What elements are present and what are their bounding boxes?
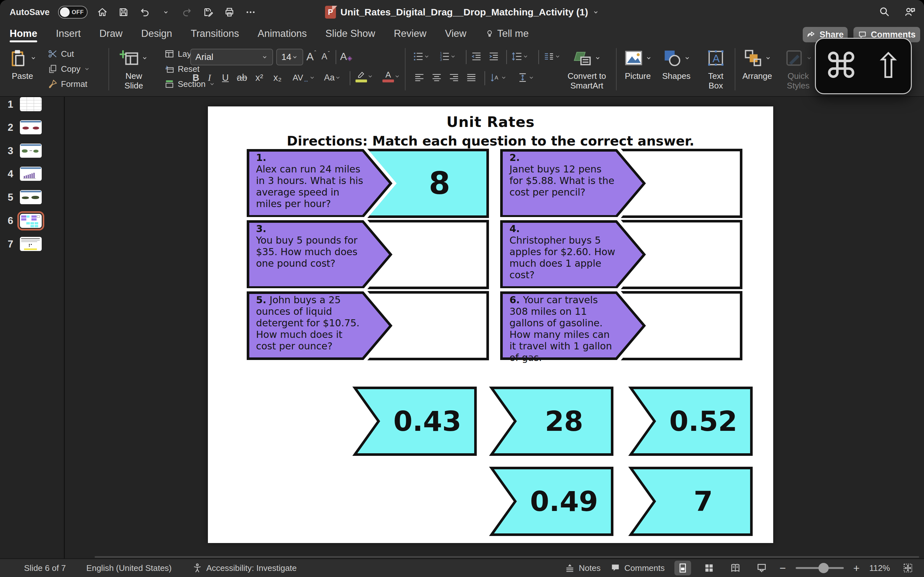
answer-tile-0.49[interactable]: 0.49 xyxy=(490,467,614,536)
tab-animations[interactable]: Animations xyxy=(258,24,307,43)
language-selector[interactable]: English (United States) xyxy=(86,563,172,573)
tab-home[interactable]: Home xyxy=(10,24,37,43)
tab-design[interactable]: Design xyxy=(141,24,172,43)
toggle-knob-icon xyxy=(60,7,69,17)
decrease-indent-button[interactable] xyxy=(471,49,482,64)
slide-thumbnail-7[interactable] xyxy=(20,237,42,251)
slideshow-view-button[interactable] xyxy=(753,561,770,575)
question-card-2[interactable]: 2.Janet buys 12 pens for $5.88. What is … xyxy=(500,149,648,218)
notes-toggle[interactable]: Notes xyxy=(565,563,601,573)
numbering-button[interactable]: 123 xyxy=(439,49,456,64)
tab-slide-show[interactable]: Slide Show xyxy=(325,24,375,43)
subscript-button[interactable]: x₂ xyxy=(273,70,282,85)
normal-view-button[interactable] xyxy=(674,561,691,575)
increase-indent-button[interactable] xyxy=(488,49,499,64)
clear-formatting-button[interactable]: A◈ xyxy=(340,49,352,64)
presence-contact-icon[interactable] xyxy=(904,6,916,19)
slide-thumbnail-1[interactable] xyxy=(20,97,42,111)
document-title-area[interactable]: P Unit_Rates_Digital_Drag__Drop_Matching… xyxy=(325,0,599,24)
zoom-slider-handle[interactable] xyxy=(819,563,829,573)
slide-thumbnail-4[interactable] xyxy=(20,167,42,181)
line-spacing-button[interactable] xyxy=(511,49,529,64)
question-card-6[interactable]: 6.Your car travels 308 miles on 11 gallo… xyxy=(500,291,648,360)
answer-tile-28[interactable]: 28 xyxy=(490,387,614,456)
undo-icon[interactable] xyxy=(138,5,151,19)
slide-thumbnail-3[interactable] xyxy=(20,143,42,158)
slide-title[interactable]: Unit Rates xyxy=(208,113,773,131)
horizontal-scrollbar[interactable] xyxy=(95,556,919,558)
text-box-button[interactable]: A Text Box xyxy=(701,47,730,90)
save-icon[interactable] xyxy=(117,5,130,19)
copy-button[interactable]: Copy xyxy=(47,63,103,75)
columns-button[interactable] xyxy=(543,49,561,64)
tab-view[interactable]: View xyxy=(445,24,467,43)
tab-draw[interactable]: Draw xyxy=(99,24,123,43)
chevron-down-icon xyxy=(806,55,813,61)
text-highlight-button[interactable] xyxy=(355,69,373,84)
italic-button[interactable]: I xyxy=(208,70,211,85)
zoom-in-button[interactable]: + xyxy=(853,562,860,574)
decrease-font-size-button[interactable]: Aˇ xyxy=(321,49,330,64)
question-card-1[interactable]: 1.Alex can run 24 miles in 3 hours. What… xyxy=(246,149,394,218)
slide-thumbnail-2[interactable] xyxy=(20,120,42,134)
superscript-button[interactable]: x² xyxy=(255,70,263,85)
align-center-button[interactable] xyxy=(431,70,442,85)
text-direction-button[interactable]: A xyxy=(489,70,507,85)
new-slide-icon xyxy=(120,48,140,68)
underline-button[interactable]: U xyxy=(222,70,229,85)
picture-button[interactable]: Picture xyxy=(624,47,652,81)
shapes-button[interactable]: Shapes xyxy=(662,47,690,81)
undo-menu-chevron-icon[interactable] xyxy=(160,5,172,19)
font-size-select[interactable]: 14 xyxy=(276,49,303,65)
tab-review[interactable]: Review xyxy=(394,24,426,43)
answer-tile-7[interactable]: 7 xyxy=(630,467,753,536)
change-case-button[interactable]: Aa xyxy=(324,70,341,85)
comments-toggle[interactable]: Comments xyxy=(610,563,665,573)
arrange-button[interactable]: Arrange xyxy=(742,47,772,81)
bullets-button[interactable] xyxy=(413,49,430,64)
slide-thumbnail-5[interactable] xyxy=(20,190,42,204)
convert-to-smartart-button[interactable]: Convert to SmartArt xyxy=(563,47,611,90)
redo-icon[interactable] xyxy=(181,5,194,19)
tab-tell-me[interactable]: Tell me xyxy=(485,24,529,43)
question-card-5[interactable]: 5.John buys a 25 ounces of liquid deterg… xyxy=(246,291,394,360)
paste-button[interactable]: Paste xyxy=(8,47,37,81)
tab-transitions[interactable]: Transitions xyxy=(191,24,239,43)
more-options-icon[interactable] xyxy=(244,5,257,19)
shift-key-icon: ⇧ xyxy=(874,49,903,83)
question-card-3[interactable]: 3.You buy 5 pounds for $35. How much doe… xyxy=(246,220,394,289)
save-as-icon[interactable] xyxy=(202,5,215,19)
align-right-button[interactable] xyxy=(449,70,459,85)
quick-styles-button[interactable]: Quick Styles xyxy=(782,47,814,90)
tab-insert[interactable]: Insert xyxy=(56,24,81,43)
answer-tile-0.43[interactable]: 0.43 xyxy=(354,387,477,456)
font-name-select[interactable]: Arial xyxy=(190,49,273,65)
answer-tile-0.52[interactable]: 0.52 xyxy=(630,387,753,456)
strikethrough-button[interactable]: ab xyxy=(237,70,247,85)
increase-font-size-button[interactable]: Aˆ xyxy=(306,49,316,64)
print-icon[interactable] xyxy=(223,5,236,19)
chevron-down-icon xyxy=(594,55,601,61)
slide-thumbnail-6-selected[interactable] xyxy=(20,214,42,228)
bold-button[interactable]: B xyxy=(192,70,199,85)
character-spacing-button[interactable]: AV↔ xyxy=(292,70,315,85)
format-painter-button[interactable]: Format xyxy=(47,77,103,90)
slide-sorter-view-button[interactable] xyxy=(701,561,717,575)
search-icon[interactable] xyxy=(879,6,890,19)
accessibility-status[interactable]: Accessibility: Investigate xyxy=(192,563,297,573)
question-card-4[interactable]: 4.Christopher buys 5 apples for $2.60. H… xyxy=(500,220,648,289)
reading-view-button[interactable] xyxy=(727,561,744,575)
font-color-button[interactable]: A xyxy=(383,69,401,84)
home-icon[interactable] xyxy=(96,5,109,19)
cut-button[interactable]: Cut xyxy=(47,47,103,60)
align-left-button[interactable] xyxy=(414,70,425,85)
zoom-out-button[interactable]: − xyxy=(780,562,786,574)
justify-button[interactable] xyxy=(466,70,477,85)
slide-number: 4 xyxy=(8,168,13,180)
new-slide-button[interactable]: New Slide xyxy=(116,47,152,90)
autosave-toggle[interactable]: OFF xyxy=(58,6,87,19)
zoom-slider[interactable] xyxy=(796,567,844,569)
align-text-vertical-button[interactable] xyxy=(517,70,535,85)
slide-6[interactable]: Unit Rates Directions: Match each questi… xyxy=(208,106,773,543)
fit-slide-to-window-button[interactable] xyxy=(900,561,916,575)
